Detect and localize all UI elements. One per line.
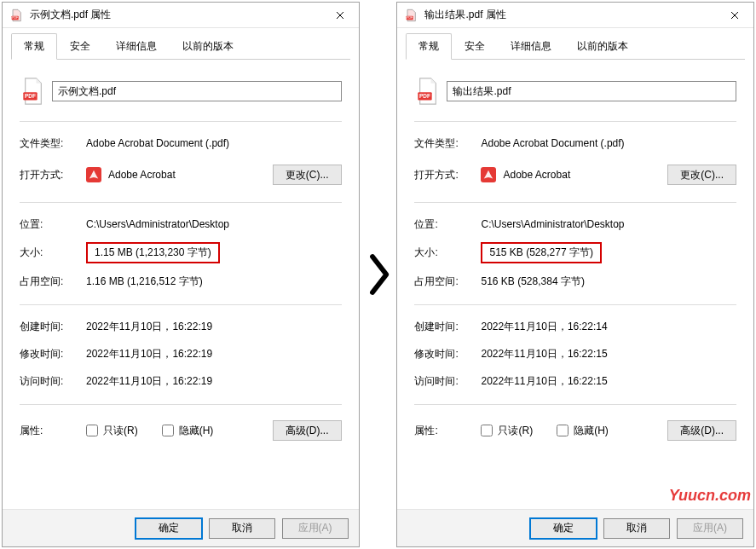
readonly-checkbox[interactable]: 只读(R) (86, 424, 138, 438)
advanced-button[interactable]: 高级(D)... (667, 420, 736, 441)
label-created: 创建时间: (20, 320, 86, 334)
value-modified: 2022年11月10日，16:22:19 (86, 347, 342, 361)
label-location: 位置: (414, 217, 481, 232)
divider (20, 202, 342, 203)
close-button[interactable] (328, 7, 352, 24)
value-sizedisk: 1.16 MB (1,216,512 字节) (86, 274, 342, 289)
tabs: 常规 安全 详细信息 以前的版本 (3, 28, 359, 60)
label-created: 创建时间: (414, 320, 481, 334)
value-size: 1.15 MB (1,213,230 字节) (86, 242, 220, 263)
label-modified: 修改时间: (20, 347, 86, 361)
cancel-button[interactable]: 取消 (603, 518, 670, 539)
pdf-icon: PDF (9, 9, 23, 22)
content-panel: PDF 文件类型:Adobe Acrobat Document (.pdf) 打… (397, 60, 753, 509)
readonly-label: 只读(R) (498, 424, 533, 438)
tab-general[interactable]: 常规 (11, 33, 57, 60)
readonly-checkbox[interactable]: 只读(R) (481, 424, 533, 438)
cancel-button[interactable]: 取消 (209, 518, 275, 539)
label-sizedisk: 占用空间: (20, 274, 86, 289)
label-accessed: 访问时间: (414, 374, 481, 389)
label-modified: 修改时间: (414, 347, 481, 361)
tab-previous[interactable]: 以前的版本 (170, 33, 246, 60)
divider (20, 304, 342, 305)
properties-dialog-left: PDF 示例文档.pdf 属性 常规 安全 详细信息 以前的版本 PDF 文件类… (2, 2, 360, 547)
value-accessed: 2022年11月10日，16:22:15 (481, 374, 736, 389)
ok-button[interactable]: 确定 (136, 518, 202, 539)
hidden-checkbox[interactable]: 隐藏(H) (162, 424, 214, 438)
label-location: 位置: (20, 217, 86, 232)
pdf-icon: PDF (404, 9, 418, 22)
label-size: 大小: (20, 246, 86, 260)
acrobat-icon (86, 167, 101, 182)
filename-input[interactable] (447, 81, 736, 101)
value-location: C:\Users\Administrator\Desktop (86, 218, 342, 230)
titlebar: PDF 输出结果.pdf 属性 (397, 3, 753, 28)
value-size: 515 KB (528,277 字节) (481, 242, 601, 263)
hidden-checkbox[interactable]: 隐藏(H) (557, 424, 609, 438)
divider (414, 121, 736, 122)
hidden-input[interactable] (162, 425, 174, 436)
label-attrs: 属性: (20, 424, 86, 438)
divider (414, 304, 736, 305)
label-accessed: 访问时间: (20, 374, 86, 389)
label-openwith: 打开方式: (414, 168, 481, 182)
svg-text:PDF: PDF (25, 93, 36, 99)
pdf-file-icon: PDF (414, 75, 441, 107)
apply-button[interactable]: 应用(A) (282, 518, 349, 539)
filename-input[interactable] (52, 81, 342, 101)
close-icon (730, 11, 739, 20)
bottom-bar: 确定 取消 应用(A) (3, 509, 359, 546)
tab-previous[interactable]: 以前的版本 (564, 33, 641, 60)
readonly-input[interactable] (481, 425, 493, 436)
label-size: 大小: (414, 246, 481, 260)
hidden-label: 隐藏(H) (179, 424, 214, 438)
value-sizedisk: 516 KB (528,384 字节) (481, 274, 736, 289)
divider (414, 404, 736, 405)
svg-text:PDF: PDF (420, 93, 431, 99)
divider (20, 121, 342, 122)
value-openwith: Adobe Acrobat (503, 169, 570, 181)
value-created: 2022年11月10日，16:22:14 (481, 320, 736, 334)
acrobat-icon (481, 167, 496, 182)
dialog-title: 示例文档.pdf 属性 (30, 8, 328, 22)
tab-security[interactable]: 安全 (452, 33, 498, 60)
value-filetype: Adobe Acrobat Document (.pdf) (86, 137, 342, 149)
close-button[interactable] (723, 7, 747, 24)
pdf-file-icon: PDF (20, 75, 47, 107)
tab-details[interactable]: 详细信息 (103, 33, 170, 60)
content-panel: PDF 文件类型:Adobe Acrobat Document (.pdf) 打… (3, 60, 359, 509)
svg-text:PDF: PDF (12, 16, 18, 20)
apply-button[interactable]: 应用(A) (677, 518, 743, 539)
hidden-label: 隐藏(H) (574, 424, 609, 438)
value-accessed: 2022年11月10日，16:22:19 (86, 374, 342, 389)
titlebar: PDF 示例文档.pdf 属性 (3, 3, 359, 28)
svg-text:PDF: PDF (407, 16, 413, 20)
hidden-input[interactable] (557, 425, 568, 436)
label-openwith: 打开方式: (20, 168, 86, 182)
label-filetype: 文件类型: (20, 136, 86, 151)
divider (414, 202, 736, 203)
change-button[interactable]: 更改(C)... (667, 165, 736, 185)
value-filetype: Adobe Acrobat Document (.pdf) (481, 137, 736, 149)
label-sizedisk: 占用空间: (414, 274, 481, 289)
advanced-button[interactable]: 高级(D)... (273, 420, 342, 441)
readonly-label: 只读(R) (103, 424, 138, 438)
change-button[interactable]: 更改(C)... (273, 165, 342, 185)
tab-general[interactable]: 常规 (406, 33, 452, 60)
tabs: 常规 安全 详细信息 以前的版本 (397, 28, 753, 60)
label-attrs: 属性: (414, 424, 481, 438)
label-filetype: 文件类型: (414, 136, 481, 151)
value-location: C:\Users\Administrator\Desktop (481, 218, 736, 230)
value-created: 2022年11月10日，16:22:19 (86, 320, 342, 334)
properties-dialog-right: PDF 输出结果.pdf 属性 常规 安全 详细信息 以前的版本 PDF 文件类… (396, 2, 754, 547)
tab-details[interactable]: 详细信息 (498, 33, 564, 60)
comparison-arrow-icon (360, 251, 397, 298)
tab-security[interactable]: 安全 (57, 33, 103, 60)
value-modified: 2022年11月10日，16:22:15 (481, 347, 736, 361)
divider (20, 404, 342, 405)
ok-button[interactable]: 确定 (530, 518, 597, 539)
readonly-input[interactable] (86, 425, 98, 436)
dialog-title: 输出结果.pdf 属性 (424, 8, 723, 22)
bottom-bar: 确定 取消 应用(A) (397, 509, 753, 546)
value-openwith: Adobe Acrobat (108, 169, 176, 181)
